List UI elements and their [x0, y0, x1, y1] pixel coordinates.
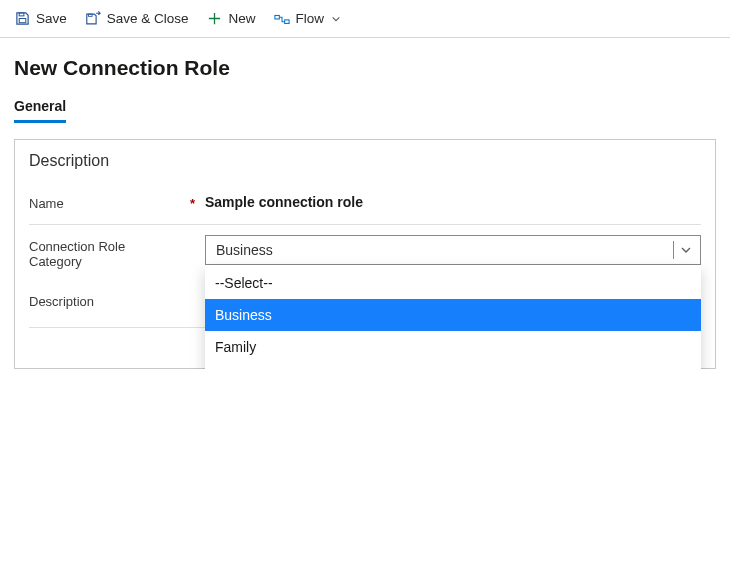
save-button[interactable]: Save — [14, 11, 67, 27]
category-dropdown: --Select--BusinessFamilySocialSalesOther… — [205, 265, 701, 369]
category-option[interactable]: Social — [205, 363, 701, 369]
chevron-down-icon — [330, 11, 342, 27]
save-close-label: Save & Close — [107, 11, 189, 26]
category-label-col: Connection Role Category — [29, 235, 205, 269]
category-option[interactable]: Business — [205, 299, 701, 331]
category-value-col: Business --Select--BusinessFamilySocialS… — [205, 235, 701, 265]
name-field[interactable]: Sample connection role — [205, 192, 701, 210]
category-select[interactable]: Business — [205, 235, 701, 265]
plus-icon — [207, 11, 223, 27]
required-indicator: * — [190, 196, 195, 211]
chevron-down-icon — [673, 241, 692, 259]
page-title: New Connection Role — [14, 56, 730, 80]
svg-rect-0 — [19, 13, 24, 16]
category-label: Connection Role Category — [29, 239, 159, 269]
name-row: Name * Sample connection role — [29, 182, 701, 222]
section-title: Description — [29, 152, 701, 170]
svg-rect-2 — [88, 14, 92, 16]
category-selected-value: Business — [216, 242, 673, 258]
svg-rect-3 — [274, 15, 278, 19]
svg-rect-4 — [284, 19, 288, 23]
flow-icon — [274, 11, 290, 27]
category-option[interactable]: --Select-- — [205, 267, 701, 299]
new-button[interactable]: New — [207, 11, 256, 27]
tab-general[interactable]: General — [14, 94, 66, 123]
category-row: Connection Role Category Business --Sele… — [29, 225, 701, 280]
new-label: New — [229, 11, 256, 26]
flow-button[interactable]: Flow — [274, 11, 343, 27]
name-value-col: Sample connection role — [205, 192, 701, 210]
command-bar: Save Save & Close New Flow — [0, 0, 730, 38]
description-section: Description Name * Sample connection rol… — [14, 139, 716, 369]
description-label: Description — [29, 294, 94, 309]
save-and-close-button[interactable]: Save & Close — [85, 11, 189, 27]
name-label: Name — [29, 196, 64, 211]
description-label-col: Description — [29, 290, 205, 309]
save-close-icon — [85, 11, 101, 27]
svg-rect-1 — [19, 19, 26, 23]
name-label-col: Name * — [29, 192, 205, 211]
flow-label: Flow — [296, 11, 325, 26]
save-icon — [14, 11, 30, 27]
category-option[interactable]: Family — [205, 331, 701, 363]
save-label: Save — [36, 11, 67, 26]
tabs: General — [0, 94, 730, 123]
